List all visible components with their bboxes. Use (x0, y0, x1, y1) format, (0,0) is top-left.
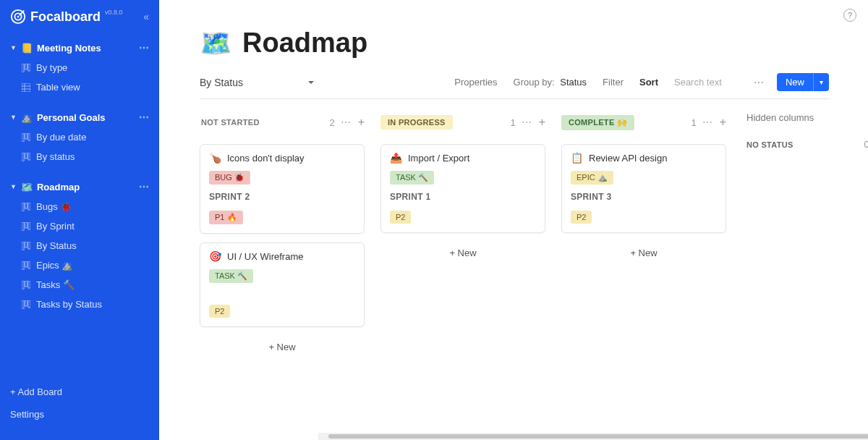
toolbar-more-icon[interactable]: ⋯ (754, 77, 764, 88)
sidebar-view[interactable]: Tasks 🔨 (0, 275, 159, 295)
card-emoji: 🍗 (209, 152, 221, 164)
svg-rect-32 (22, 300, 24, 309)
type-tag: BUG 🐞 (209, 171, 250, 185)
svg-rect-31 (28, 281, 30, 288)
sort-button[interactable]: Sort (639, 77, 658, 88)
add-card-button[interactable]: + New (380, 242, 545, 264)
view-selector-wrap: By Status (200, 74, 294, 91)
card-emoji: 📤 (390, 152, 402, 164)
card[interactable]: 📤Import / ExportTASK 🔨SPRINT 1P2 (380, 144, 545, 233)
group-by[interactable]: Group by: Status (514, 77, 587, 88)
view-selector[interactable]: By Status (200, 74, 294, 91)
svg-rect-15 (25, 153, 27, 158)
type-tag: TASK 🔨 (209, 269, 253, 283)
column-add-icon[interactable]: + (720, 116, 726, 129)
sidebar-board-meeting-notes[interactable]: ▼📒Meeting Notes⋯ (0, 38, 159, 58)
svg-rect-16 (28, 153, 30, 160)
column-label[interactable]: COMPLETE 🙌 (561, 115, 634, 130)
sidebar-view[interactable]: By Sprint (0, 216, 159, 236)
app-version: v0.8.0 (105, 9, 123, 16)
column-label[interactable]: IN PROGRESS (380, 115, 453, 130)
sidebar-view[interactable]: By Status (0, 236, 159, 255)
sidebar-view[interactable]: By type (0, 58, 159, 77)
sidebar-board-personal-goals[interactable]: ▼⛰️Personal Goals⋯ (0, 107, 159, 127)
svg-rect-22 (28, 222, 30, 229)
svg-rect-29 (22, 281, 24, 289)
board-menu-icon[interactable]: ⋯ (139, 181, 149, 192)
card[interactable]: 📋Review API designEPIC ⛰️SPRINT 3P2 (561, 144, 726, 233)
view-label: By Sprint (36, 221, 75, 232)
sidebar-bottom: + Add Board Settings (0, 373, 159, 440)
add-card-button[interactable]: + New (200, 336, 365, 358)
page-title: 🗺️ Roadmap (159, 0, 868, 66)
view-label: Table view (36, 82, 80, 93)
collapse-sidebar-button[interactable]: « (143, 11, 149, 22)
svg-rect-19 (28, 203, 30, 210)
view-label: Epics ⛰️ (36, 260, 73, 271)
column-count: 1 (510, 117, 515, 128)
sidebar-view[interactable]: By status (0, 147, 159, 166)
chevron-down-icon: ▼ (10, 44, 17, 51)
board-menu-icon[interactable]: ⋯ (139, 42, 149, 54)
card-title: 🎯UI / UX Wireframe (209, 250, 355, 262)
svg-rect-17 (22, 203, 24, 211)
card-title-text: UI / UX Wireframe (227, 251, 303, 262)
help-icon[interactable]: ? (843, 9, 856, 22)
hidden-count: 0 (864, 139, 868, 150)
column-menu-icon[interactable]: ⋯ (522, 117, 532, 128)
sidebar-boards-list: ▼📒Meeting Notes⋯By typeTable view▼⛰️Pers… (0, 38, 159, 373)
add-board-button[interactable]: + Add Board (0, 381, 159, 403)
svg-rect-7 (22, 83, 30, 92)
column-count: 1 (691, 117, 696, 128)
svg-rect-4 (22, 64, 24, 72)
sidebar-view[interactable]: Tasks by Status (0, 295, 159, 314)
svg-rect-13 (28, 133, 30, 140)
view-label: By due date (36, 132, 86, 143)
column-header: NOT STARTED2⋯+ (200, 112, 365, 132)
svg-rect-20 (22, 222, 24, 231)
column-label[interactable]: NOT STARTED (200, 115, 267, 130)
focalboard-logo-icon (10, 9, 26, 25)
svg-rect-18 (25, 203, 27, 208)
sidebar-view[interactable]: Epics ⛰️ (0, 255, 159, 275)
add-card-button[interactable]: + New (561, 242, 726, 264)
card[interactable]: 🎯UI / UX WireframeTASK 🔨P2 (200, 242, 365, 327)
settings-button[interactable]: Settings (0, 403, 159, 426)
sprint-label: SPRINT 2 (209, 192, 355, 202)
kanban-board: NOT STARTED2⋯+🍗Icons don't displayBUG 🐞S… (159, 99, 868, 358)
card[interactable]: 🍗Icons don't displayBUG 🐞SPRINT 2P1 🔥 (200, 144, 365, 234)
hidden-column-item[interactable]: NO STATUS0 (746, 139, 868, 150)
properties-button[interactable]: Properties (454, 77, 497, 88)
column-in_progress: IN PROGRESS1⋯+📤Import / ExportTASK 🔨SPRI… (380, 112, 545, 264)
column-menu-icon[interactable]: ⋯ (341, 117, 351, 128)
svg-rect-28 (28, 261, 30, 268)
horizontal-scrollbar[interactable] (318, 433, 868, 440)
column-complete: COMPLETE 🙌1⋯+📋Review API designEPIC ⛰️SP… (561, 112, 726, 264)
svg-rect-26 (22, 261, 24, 270)
column-add-icon[interactable]: + (539, 116, 545, 129)
board-menu-icon[interactable]: ⋯ (139, 111, 149, 123)
sidebar-board-roadmap[interactable]: ▼🗺️Roadmap⋯ (0, 177, 159, 197)
column-add-icon[interactable]: + (358, 116, 365, 129)
svg-rect-33 (25, 300, 27, 306)
sidebar-view[interactable]: Table view (0, 77, 159, 97)
main-area: ? 🗺️ Roadmap By Status Properties Group … (159, 0, 868, 440)
card-title: 🍗Icons don't display (209, 152, 355, 164)
svg-rect-23 (22, 242, 24, 250)
priority-tag: P2 (571, 211, 592, 224)
new-button-dropdown[interactable]: ▾ (813, 73, 829, 91)
new-button-group: New ▾ (777, 73, 829, 91)
sidebar-view[interactable]: By due date (0, 127, 159, 147)
new-button[interactable]: New (777, 73, 813, 91)
priority-tag: P1 🔥 (209, 211, 243, 224)
search-input[interactable] (674, 77, 739, 88)
view-label: Tasks by Status (36, 299, 102, 310)
view-label: Bugs 🐞 (36, 201, 72, 212)
board-name: Roadmap (37, 182, 80, 192)
column-menu-icon[interactable]: ⋯ (702, 117, 712, 128)
svg-rect-12 (25, 133, 27, 139)
hidden-columns-title: Hidden columns (746, 112, 868, 123)
filter-button[interactable]: Filter (603, 77, 624, 88)
sidebar-view[interactable]: Bugs 🐞 (0, 197, 159, 216)
card-title-text: Review API design (589, 153, 667, 164)
